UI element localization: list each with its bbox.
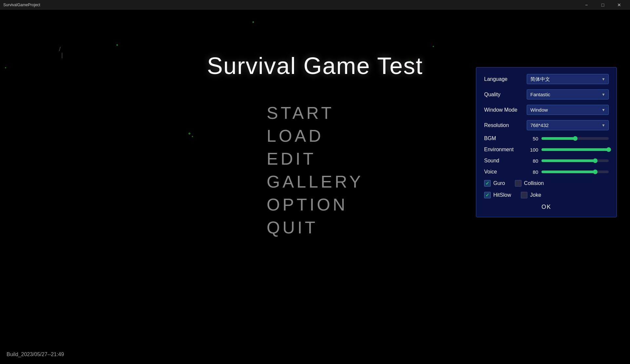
guro-label: Guro <box>493 180 505 186</box>
particle <box>5 67 6 68</box>
voice-row: Voice 80 <box>484 169 609 175</box>
resolution-label: Resolution <box>484 122 523 128</box>
menu-item-edit[interactable]: EDIT <box>257 147 373 170</box>
menu-item-quit[interactable]: QUIT <box>257 216 373 239</box>
voice-label: Voice <box>484 169 523 175</box>
resolution-dropdown-wrapper: 768*432 1280*720 1920*1080 ▼ <box>527 120 609 130</box>
quality-dropdown-wrapper: Fantastic High Medium Low ▼ <box>527 89 609 100</box>
options-panel: Language 简体中文 English 日本語 ▼ Quality Fant… <box>476 67 617 217</box>
collision-label: Collision <box>524 180 544 186</box>
window-mode-select[interactable]: Window Fullscreen Borderless <box>527 105 609 115</box>
joke-checkbox-item[interactable]: Joke <box>521 192 541 198</box>
sound-slider[interactable] <box>541 159 609 162</box>
environment-row: Environment 100 <box>484 147 609 153</box>
bgm-thumb[interactable] <box>573 136 578 141</box>
guro-checkmark: ✓ <box>485 181 489 186</box>
environment-fill <box>541 148 609 151</box>
particle <box>252 21 254 23</box>
resolution-row: Resolution 768*432 1280*720 1920*1080 ▼ <box>484 120 609 130</box>
window-mode-row: Window Mode Window Fullscreen Borderless… <box>484 105 609 115</box>
environment-label: Environment <box>484 147 523 153</box>
guro-checkbox[interactable]: ✓ <box>484 180 491 187</box>
environment-value: 100 <box>527 147 538 153</box>
collision-checkbox-item[interactable]: Collision <box>515 180 544 187</box>
hitslow-checkbox-item[interactable]: ✓ HitSlow <box>484 192 511 198</box>
sound-row: Sound 80 <box>484 158 609 164</box>
menu-item-start[interactable]: START <box>257 101 373 124</box>
bgm-row: BGM 50 <box>484 136 609 141</box>
menu-item-load[interactable]: LOAD <box>257 124 373 147</box>
title-bar: SurvivalGameProject − □ ✕ <box>0 0 630 10</box>
quality-select[interactable]: Fantastic High Medium Low <box>527 89 609 100</box>
particle <box>433 46 434 47</box>
bgm-value: 50 <box>527 136 538 141</box>
game-title: Survival Game Test <box>207 52 423 79</box>
bgm-label: BGM <box>484 136 523 141</box>
sound-value: 80 <box>527 158 538 164</box>
joke-checkbox[interactable] <box>521 192 527 198</box>
menu-item-gallery[interactable]: GALLERY <box>257 170 373 193</box>
resolution-select[interactable]: 768*432 1280*720 1920*1080 <box>527 120 609 130</box>
window-controls: − □ ✕ <box>579 0 627 10</box>
bgm-fill <box>541 137 575 140</box>
ok-button[interactable]: OK <box>541 204 551 210</box>
maximize-button[interactable]: □ <box>595 0 610 10</box>
environment-slider[interactable] <box>541 148 609 151</box>
deco-bar: | <box>61 52 63 59</box>
sound-label: Sound <box>484 158 523 164</box>
voice-thumb[interactable] <box>593 170 598 174</box>
joke-label: Joke <box>530 192 541 198</box>
language-select[interactable]: 简体中文 English 日本語 <box>527 74 609 84</box>
bgm-slider[interactable] <box>541 137 609 140</box>
menu-items: STARTLOADEDITGALLERYOPTIONQUIT <box>257 101 373 239</box>
checkbox-section-1: ✓ Guro Collision <box>484 180 609 187</box>
hitslow-checkmark: ✓ <box>485 192 489 198</box>
language-row: Language 简体中文 English 日本語 ▼ <box>484 74 609 84</box>
quality-label: Quality <box>484 92 523 98</box>
window-mode-dropdown-wrapper: Window Fullscreen Borderless ▼ <box>527 105 609 115</box>
language-label: Language <box>484 76 523 82</box>
minimize-button[interactable]: − <box>579 0 594 10</box>
sound-thumb[interactable] <box>593 158 598 163</box>
hitslow-checkbox[interactable]: ✓ <box>484 192 491 198</box>
voice-slider[interactable] <box>541 171 609 173</box>
language-dropdown-wrapper: 简体中文 English 日本語 ▼ <box>527 74 609 84</box>
menu-item-option[interactable]: OPTION <box>257 193 373 216</box>
game-background: / | Survival Game Test STARTLOADEDITGALL… <box>0 10 630 364</box>
hitslow-label: HitSlow <box>493 192 511 198</box>
close-button[interactable]: ✕ <box>612 0 627 10</box>
quality-row: Quality Fantastic High Medium Low ▼ <box>484 89 609 100</box>
voice-fill <box>541 171 595 173</box>
app-title: SurvivalGameProject <box>3 3 579 7</box>
environment-thumb[interactable] <box>606 147 611 152</box>
sound-fill <box>541 159 595 162</box>
particle <box>192 136 193 137</box>
particle <box>116 44 118 46</box>
main-menu: STARTLOADEDITGALLERYOPTIONQUIT <box>257 101 373 239</box>
checkbox-section-2: ✓ HitSlow Joke <box>484 192 609 198</box>
deco-slash: / <box>59 46 61 53</box>
guro-checkbox-item[interactable]: ✓ Guro <box>484 180 505 187</box>
voice-value: 80 <box>527 169 538 175</box>
particle <box>188 133 190 135</box>
window-mode-label: Window Mode <box>484 107 523 113</box>
collision-checkbox[interactable] <box>515 180 522 187</box>
build-info: Build_2023/05/27--21:49 <box>7 352 64 357</box>
